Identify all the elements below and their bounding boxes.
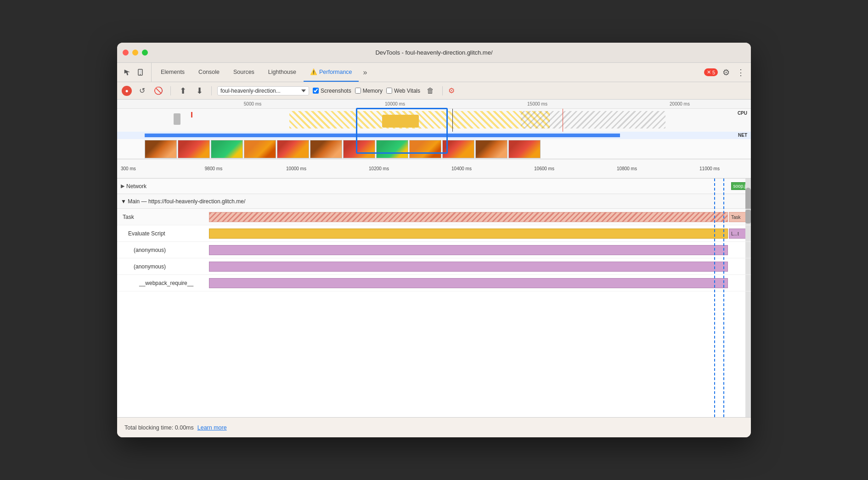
devtools-window: DevTools - foul-heavenly-direction.glitc… — [117, 43, 751, 437]
settings-gear-icon[interactable]: ⚙ — [720, 66, 733, 79]
timeline-overview: 5000 ms 10000 ms 15000 ms 20000 ms CPU — [117, 100, 751, 159]
net-area: NET — [117, 132, 751, 139]
row-scrollbar-2 — [745, 225, 751, 241]
evaluate-bar-area: L...t — [209, 225, 751, 241]
webpack-bar[interactable] — [209, 278, 728, 288]
detail-mark-0: 9800 ms — [172, 166, 255, 171]
maximize-button[interactable] — [142, 50, 148, 56]
perf-settings-icon[interactable]: ⚙ — [448, 86, 455, 95]
trash-icon[interactable]: 🗑 — [424, 84, 437, 97]
device-toolbar-icon[interactable] — [135, 66, 147, 79]
screenshot-thumb-5 — [277, 140, 309, 158]
main-thread-label: ▼ Main — https://foul-heavenly-direction… — [121, 198, 245, 205]
url-selector[interactable]: foul-heavenly-direction... — [217, 86, 309, 95]
web-vitals-checkbox-group: Web Vitals — [386, 88, 420, 94]
flame-chart: ▶ Network soop.j! ▼ Main — https://foul-… — [117, 179, 751, 417]
evaluate-bar[interactable] — [209, 229, 728, 239]
task-hatch — [209, 212, 727, 222]
anon1-label: (anonymous) — [117, 247, 209, 253]
ruler-mark-3: 20000 ms — [609, 101, 751, 106]
tab-right-controls: ✕ 5 ⚙ ⋮ — [704, 63, 747, 82]
screenshot-thumb-3 — [211, 140, 243, 158]
screenshot-thumb-7 — [343, 140, 375, 158]
task-label: Task — [117, 214, 209, 220]
screenshot-thumb-1 — [145, 140, 177, 158]
tab-console[interactable]: Console — [192, 63, 226, 82]
title-bar: DevTools - foul-heavenly-direction.glitc… — [117, 43, 751, 63]
main-thread-header: ▼ Main — https://foul-heavenly-direction… — [117, 194, 751, 209]
tab-lighthouse[interactable]: Lighthouse — [262, 63, 303, 82]
row-scrollbar — [745, 209, 751, 225]
screenshot-thumb-11 — [475, 140, 507, 158]
reload-record-button[interactable]: ↺ — [135, 84, 148, 97]
toolbar-divider — [170, 86, 171, 95]
screenshot-thumb-8 — [376, 140, 408, 158]
detail-mark-1: 10000 ms — [255, 166, 338, 171]
detail-mark-6: 11000 ms — [668, 166, 751, 171]
anon2-bar[interactable] — [209, 262, 728, 272]
task-bar[interactable] — [209, 212, 728, 222]
screenshot-thumb-2 — [178, 140, 210, 158]
detail-left-mark: 300 ms — [117, 166, 145, 171]
memory-checkbox[interactable] — [355, 88, 361, 94]
perf-toolbar: ● ↺ 🚫 ⬆ ⬇ foul-heavenly-direction... Scr… — [117, 82, 751, 100]
detail-mark-3: 10400 ms — [420, 166, 503, 171]
row-scrollbar-5 — [745, 275, 751, 291]
learn-more-link[interactable]: Learn more — [197, 424, 227, 431]
toolbar-divider-3 — [442, 86, 443, 95]
download-button[interactable]: ⬇ — [193, 84, 206, 97]
upload-button[interactable]: ⬆ — [176, 84, 189, 97]
inspect-icon[interactable] — [121, 66, 134, 79]
tab-more[interactable]: » — [360, 63, 371, 82]
devtools-tabs: Elements Console Sources Lighthouse ⚠️ P… — [117, 63, 751, 82]
net-label: NET — [738, 132, 747, 139]
svg-rect-1 — [140, 70, 141, 73]
clear-button[interactable]: 🚫 — [152, 84, 165, 97]
toolbar-icons — [121, 63, 152, 82]
row-scrollbar-4 — [745, 258, 751, 274]
screenshot-thumb-9 — [409, 140, 441, 158]
status-bar: Total blocking time: 0.00ms Learn more — [117, 417, 751, 437]
anon1-bar[interactable] — [209, 245, 728, 255]
web-vitals-checkbox[interactable] — [386, 88, 392, 94]
tab-elements[interactable]: Elements — [154, 63, 191, 82]
error-x-icon: ✕ — [707, 69, 711, 75]
screenshot-thumb-6 — [310, 140, 342, 158]
detail-mark-4: 10600 ms — [503, 166, 586, 171]
warning-icon: ⚠️ — [310, 68, 317, 75]
screenshot-thumb-10 — [442, 140, 474, 158]
traffic-lights — [123, 50, 148, 56]
timeline-ruler: 5000 ms 10000 ms 15000 ms 20000 ms — [117, 100, 751, 109]
minimize-button[interactable] — [132, 50, 138, 56]
error-badge[interactable]: ✕ 5 — [704, 68, 718, 76]
webpack-label: __webpack_require__ — [117, 280, 209, 286]
memory-label: Memory — [363, 88, 383, 94]
cpu-gold-bump — [382, 115, 419, 128]
net-bar — [145, 134, 620, 137]
ruler-mark-2: 15000 ms — [466, 101, 609, 106]
screenshot-thumb-12 — [508, 140, 541, 158]
flame-row-task: Task Task — [117, 209, 751, 225]
tab-performance[interactable]: ⚠️ Performance — [304, 63, 359, 82]
record-button[interactable]: ● — [122, 86, 132, 96]
screenshots-row — [117, 139, 751, 159]
detail-ruler: 9800 ms 10000 ms 10200 ms 10400 ms 10600… — [145, 166, 751, 171]
anon2-bar-area — [209, 258, 751, 274]
network-section: ▶ Network soop.j! — [117, 179, 751, 194]
screenshots-checkbox[interactable] — [313, 88, 319, 94]
window-title: DevTools - foul-heavenly-direction.glitc… — [375, 49, 492, 56]
cpu-activity — [145, 111, 723, 129]
flame-row-anon-2: (anonymous) — [117, 258, 751, 275]
tab-sources[interactable]: Sources — [227, 63, 261, 82]
detail-mark-2: 10200 ms — [338, 166, 420, 171]
cpu-area: CPU — [117, 109, 751, 132]
anon1-bar-area — [209, 242, 751, 258]
cpu-red-marker — [191, 112, 192, 117]
more-options-icon[interactable]: ⋮ — [734, 66, 747, 79]
network-triangle-icon: ▶ — [121, 183, 124, 189]
row-scrollbar-3 — [745, 242, 751, 258]
close-button[interactable] — [123, 50, 129, 56]
ruler-mark-0: 5000 ms — [181, 101, 324, 106]
timeline-detail: 300 ms 9800 ms 10000 ms 10200 ms 10400 m… — [117, 159, 751, 179]
screenshot-thumb-4 — [244, 140, 276, 158]
